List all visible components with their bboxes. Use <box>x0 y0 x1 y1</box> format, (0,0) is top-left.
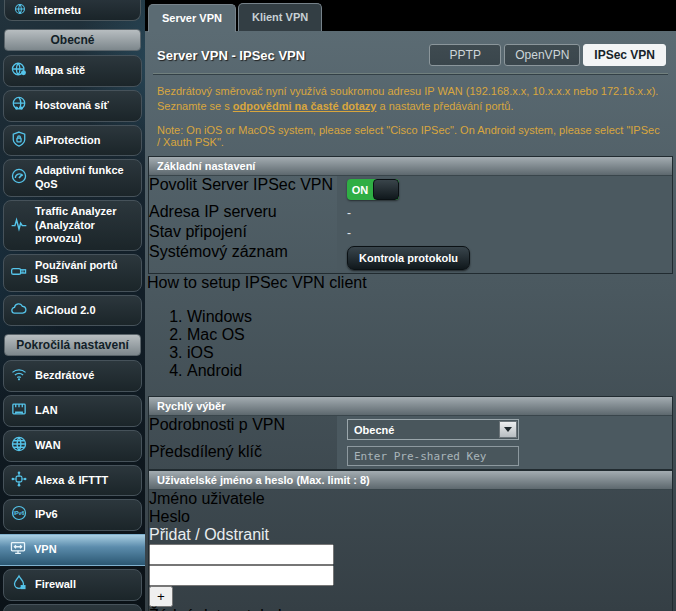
vpn-details-label: Podrobnosti p VPN <box>149 416 337 443</box>
howto-link-windows[interactable]: Windows <box>187 308 252 325</box>
sidebar-item-label: Adaptivní funkce QoS <box>35 164 135 192</box>
connection-status-value: - <box>337 223 672 243</box>
vpn-details-select[interactable]: Obecné <box>347 419 519 440</box>
wan-warning-text: Bezdrátový směrovač nyní využívá soukrom… <box>147 82 674 114</box>
sidebar-item-label: WAN <box>35 439 61 453</box>
enable-server-label: Povolit Server IPSec VPN <box>149 176 337 203</box>
main-content: Server VPN Klient VPN Server VPN - IPSec… <box>145 0 676 611</box>
password-column-header: Heslo <box>149 508 672 526</box>
firewall-flame-icon <box>10 574 28 596</box>
openvpn-button[interactable]: OpenVPN <box>504 44 580 66</box>
sidebar-item-label: IPv6 <box>35 508 58 522</box>
protocol-switcher: PPTP OpenVPN IPSec VPN <box>429 44 666 66</box>
system-log-label: Systémový záznam <box>149 243 337 273</box>
vpn-details-selected: Obecné <box>348 424 394 436</box>
sidebar-item-wan[interactable]: WAN <box>3 430 142 462</box>
sidebar-item-label: VPN <box>34 543 57 557</box>
sidebar-item-vpn[interactable]: VPN <box>0 534 145 566</box>
guest-network-icon <box>10 95 28 117</box>
sidebar: internetu Obecné Mapa sítě Hostovaná síť… <box>0 0 145 611</box>
sidebar-item-guest-network[interactable]: Hostovaná síť <box>3 90 142 122</box>
add-user-button[interactable]: + <box>149 586 173 607</box>
sidebar-item-firewall[interactable]: Firewall <box>3 569 142 601</box>
sidebar-section-general: Obecné <box>4 29 141 51</box>
sidebar-item-alexa-ifttt[interactable]: Alexa & IFTTT <box>3 465 142 497</box>
psk-label: Předsdílený klíč <box>149 443 337 469</box>
users-table-header: Uživatelské jméno a heslo (Max. limit : … <box>149 471 672 490</box>
sidebar-item-label: Mapa sítě <box>35 64 85 78</box>
howto-link-macos[interactable]: Mac OS <box>187 326 245 343</box>
sidebar-item-wireless[interactable]: Bezdrátové <box>3 360 142 392</box>
sidebar-item-label: Traffic Analyzer (Analyzátor provozu) <box>35 205 135 246</box>
sidebar-item-label: Firewall <box>35 578 76 592</box>
username-column-header: Jméno uživatele <box>149 490 672 508</box>
howto-link-ios[interactable]: iOS <box>187 344 214 361</box>
shield-lock-icon <box>10 130 28 152</box>
sidebar-item-ipv6[interactable]: IPv6 IPv6 <box>3 499 142 531</box>
empty-table-message: Žádná data v tabulce <box>149 607 672 611</box>
sidebar-item-label: Bezdrátové <box>35 369 94 383</box>
alexa-ifttt-icon <box>10 470 28 492</box>
chevron-down-icon <box>499 421 517 438</box>
quick-select-header: Rychlý výběr <box>149 397 672 416</box>
faq-link[interactable]: odpovědmi na časté dotazy <box>233 100 377 112</box>
os-note-text: Note: On iOS or MacOS system, please sel… <box>147 114 674 156</box>
sidebar-item-label: LAN <box>35 404 58 418</box>
vpn-icon <box>9 539 27 561</box>
sidebar-item-internet-setup[interactable]: internetu <box>4 0 141 21</box>
page-title: Server VPN - IPSec VPN <box>157 48 305 63</box>
globe-icon <box>10 435 28 457</box>
ipv6-icon: IPv6 <box>10 504 28 526</box>
sidebar-section-advanced: Pokročilá nastavení <box>4 334 141 356</box>
wifi-icon <box>10 365 28 387</box>
sidebar-item-qos[interactable]: Adaptivní funkce QoS <box>3 159 142 197</box>
gauge-icon <box>10 167 28 189</box>
sidebar-item-usb[interactable]: Používání portů USB <box>3 254 142 292</box>
connection-status-label: Stav připojení <box>149 223 337 243</box>
vpn-panel: Server VPN - IPSec VPN PPTP OpenVPN IPSe… <box>145 31 676 611</box>
server-ip-label: Adresa IP serveru <box>149 203 337 223</box>
sidebar-item-label: AiCloud 2.0 <box>35 304 96 318</box>
tab-client-vpn[interactable]: Klient VPN <box>238 3 322 31</box>
lan-port-icon <box>10 400 28 422</box>
sidebar-item-label: AiProtection <box>35 134 100 148</box>
quick-select-table: Rychlý výběr Podrobnosti p VPN Obecné Př… <box>148 396 673 470</box>
howto-block: How to setup IPSec VPN client Windows Ma… <box>147 274 674 380</box>
sidebar-item-label: Hostovaná síť <box>35 99 109 113</box>
new-password-input[interactable] <box>149 565 334 586</box>
vpn-tab-bar: Server VPN Klient VPN <box>145 0 676 31</box>
pulse-icon <box>10 215 28 237</box>
ipsec-server-toggle[interactable]: ON <box>347 179 399 200</box>
howto-link-android[interactable]: Android <box>187 362 242 379</box>
sidebar-item-aicloud[interactable]: AiCloud 2.0 <box>3 295 142 327</box>
toggle-knob <box>373 179 399 200</box>
sidebar-item-aiprotection[interactable]: AiProtection <box>3 125 142 157</box>
internet-icon <box>13 2 27 18</box>
sidebar-item-lan[interactable]: LAN <box>3 395 142 427</box>
title-divider <box>153 73 668 74</box>
warning-text-post: a nastavte předávání portů. <box>376 100 513 112</box>
usb-icon <box>10 262 28 284</box>
cloud-icon <box>10 300 28 322</box>
toggle-on-label: ON <box>347 179 373 200</box>
sidebar-item-administration[interactable]: Správa <box>3 604 142 611</box>
pre-shared-key-input[interactable] <box>347 446 519 466</box>
new-username-input[interactable] <box>149 544 334 565</box>
sidebar-item-traffic-analyzer[interactable]: Traffic Analyzer (Analyzátor provozu) <box>3 200 142 251</box>
users-table: Uživatelské jméno a heslo (Max. limit : … <box>148 470 673 611</box>
add-remove-column-header: Přidat / Odstranit <box>149 526 672 544</box>
server-ip-value: - <box>337 203 672 223</box>
basic-settings-header: Základní nastavení <box>149 157 672 176</box>
sidebar-item-label: Alexa & IFTTT <box>35 474 108 488</box>
sidebar-item-label: internetu <box>34 4 81 16</box>
sidebar-item-label: Používání portů USB <box>35 259 135 287</box>
ipsec-vpn-button[interactable]: IPSec VPN <box>583 44 666 66</box>
tab-server-vpn[interactable]: Server VPN <box>148 4 236 32</box>
pptp-button[interactable]: PPTP <box>429 44 501 66</box>
svg-text:IPv6: IPv6 <box>14 510 25 516</box>
howto-title: How to setup IPSec VPN client <box>147 274 674 292</box>
check-log-button[interactable]: Kontrola protokolu <box>347 246 470 270</box>
network-map-icon <box>10 60 28 82</box>
sidebar-item-network-map[interactable]: Mapa sítě <box>3 55 142 87</box>
basic-settings-table: Základní nastavení Povolit Server IPSec … <box>148 156 673 274</box>
